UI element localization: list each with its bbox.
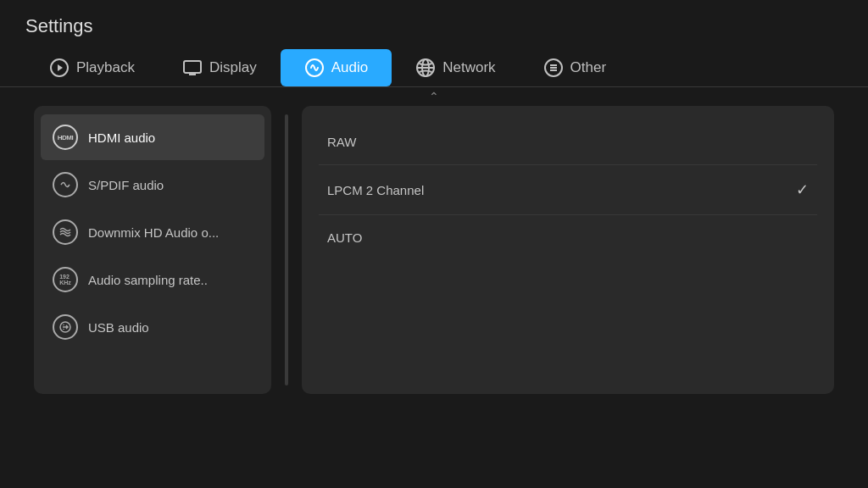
audio-icon <box>304 58 325 78</box>
option-auto-label: AUTO <box>327 230 362 245</box>
header: Settings Playback Display <box>0 0 868 86</box>
tab-network[interactable]: Network <box>392 49 519 86</box>
main-content: HDMI HDMI audio S/PDIF audio Downmix HD … <box>0 106 868 394</box>
menu-item-spdif[interactable]: S/PDIF audio <box>41 162 264 208</box>
nav-tabs: Playback Display Audio <box>25 49 843 86</box>
menu-item-hdmi-label: HDMI audio <box>88 130 155 145</box>
playback-icon <box>49 58 70 78</box>
right-panel: RAW LPCM 2 Channel ✓ AUTO <box>302 106 834 394</box>
sampling-icon: 192KHz <box>53 267 78 292</box>
option-lpcm-label: LPCM 2 Channel <box>327 183 424 197</box>
menu-item-hdmi[interactable]: HDMI HDMI audio <box>41 114 264 160</box>
menu-item-spdif-label: S/PDIF audio <box>88 178 164 192</box>
hdmi-icon: HDMI <box>53 125 78 150</box>
usb-icon <box>53 314 78 340</box>
svg-rect-2 <box>184 61 201 73</box>
panel-divider <box>285 114 288 385</box>
network-icon <box>415 58 436 78</box>
menu-item-sampling-label: Audio sampling rate.. <box>88 273 208 287</box>
menu-item-usb-label: USB audio <box>88 320 149 335</box>
option-raw[interactable]: RAW <box>319 119 817 165</box>
tab-playback-label: Playback <box>76 59 135 76</box>
tab-audio-label: Audio <box>331 59 368 76</box>
arrow-indicator: ⌃ <box>0 91 868 103</box>
menu-item-downmix-label: Downmix HD Audio o... <box>88 225 219 240</box>
display-icon <box>182 58 203 78</box>
option-raw-label: RAW <box>327 135 356 149</box>
left-panel: HDMI HDMI audio S/PDIF audio Downmix HD … <box>34 106 271 394</box>
tab-other-label: Other <box>570 59 607 76</box>
tab-audio[interactable]: Audio <box>281 49 392 86</box>
option-lpcm[interactable]: LPCM 2 Channel ✓ <box>319 165 817 215</box>
option-auto[interactable]: AUTO <box>319 215 817 260</box>
menu-item-usb[interactable]: USB audio <box>41 304 264 350</box>
page-title: Settings <box>25 15 843 37</box>
other-icon <box>543 58 564 78</box>
tab-network-label: Network <box>442 59 495 76</box>
menu-item-downmix[interactable]: Downmix HD Audio o... <box>41 209 264 255</box>
divider <box>0 86 868 87</box>
tab-other[interactable]: Other <box>520 49 631 86</box>
menu-item-sampling[interactable]: 192KHz Audio sampling rate.. <box>41 257 264 302</box>
check-icon: ✓ <box>796 180 809 199</box>
svg-marker-1 <box>58 64 63 71</box>
tab-display-label: Display <box>209 59 257 76</box>
tab-playback[interactable]: Playback <box>25 49 159 86</box>
tab-display[interactable]: Display <box>159 49 281 86</box>
downmix-icon <box>53 219 78 245</box>
spdif-icon <box>53 172 78 197</box>
